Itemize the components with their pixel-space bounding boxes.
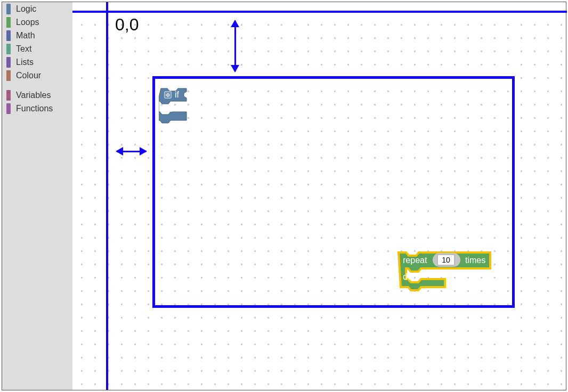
- vertical-margin-arrow-icon: [230, 21, 240, 71]
- block-if-label-do: do: [164, 104, 173, 114]
- sidebar-item-colour[interactable]: Colour: [2, 69, 72, 82]
- block-if[interactable]: ✣ if do: [159, 86, 206, 126]
- gear-icon[interactable]: ✣: [164, 91, 172, 99]
- block-repeat-label-times: times: [465, 256, 485, 265]
- horizontal-margin-arrow-icon: [117, 146, 146, 157]
- sidebar-item-label: Variables: [16, 91, 51, 100]
- category-chip-icon: [6, 44, 11, 54]
- sidebar-item-loops[interactable]: Loops: [2, 15, 72, 29]
- sidebar-item-label: Colour: [16, 71, 41, 80]
- sidebar-item-label: Functions: [16, 104, 53, 113]
- sidebar-item-label: Loops: [16, 18, 39, 27]
- origin-label: 0,0: [115, 15, 139, 35]
- category-chip-icon: [6, 103, 11, 114]
- sidebar-divider: [2, 82, 72, 88]
- sidebar-item-math[interactable]: Math: [2, 29, 72, 42]
- sidebar-item-label: Logic: [16, 4, 36, 14]
- blockly-workspace[interactable]: 0,0 ✣ if do: [72, 2, 567, 390]
- sidebar-item-variables[interactable]: Variables: [2, 88, 72, 102]
- category-chip-icon: [6, 30, 11, 41]
- sidebar-item-label: Math: [16, 31, 35, 40]
- block-repeat[interactable]: repeat 10 times do: [395, 249, 494, 291]
- category-chip-icon: [6, 57, 11, 68]
- sidebar-item-functions[interactable]: Functions: [2, 102, 72, 115]
- sidebar-item-label: Lists: [16, 58, 34, 67]
- category-chip-icon: [6, 17, 11, 28]
- sidebar-item-text[interactable]: Text: [2, 42, 72, 55]
- origin-axis-horizontal: [72, 11, 567, 13]
- block-repeat-label-repeat: repeat: [403, 256, 427, 265]
- sidebar-item-label: Text: [16, 44, 31, 54]
- app-frame: Logic Loops Math Text Lists Colour Varia…: [2, 2, 566, 390]
- block-repeat-label-do: do: [403, 272, 412, 282]
- origin-axis-vertical: [106, 2, 108, 390]
- category-chip-icon: [6, 4, 11, 14]
- block-repeat-value-input[interactable]: 10: [437, 254, 455, 266]
- category-chip-icon: [6, 90, 11, 101]
- toolbox-sidebar: Logic Loops Math Text Lists Colour Varia…: [2, 2, 72, 390]
- category-chip-icon: [6, 70, 11, 81]
- sidebar-item-logic[interactable]: Logic: [2, 2, 72, 15]
- sidebar-item-lists[interactable]: Lists: [2, 55, 72, 69]
- block-if-label-if: if: [175, 90, 179, 100]
